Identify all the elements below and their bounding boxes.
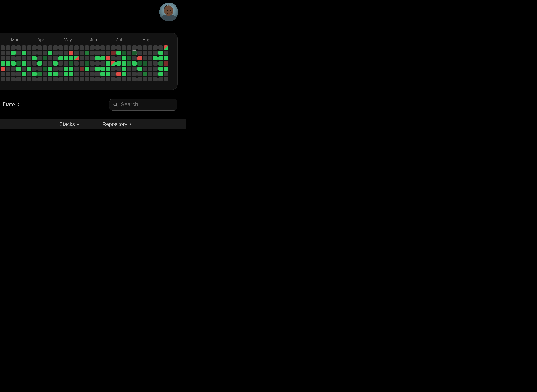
heatmap-cell[interactable]	[69, 45, 74, 50]
heatmap-cell[interactable]	[106, 45, 110, 50]
heatmap-cell[interactable]	[127, 51, 131, 55]
heatmap-cell[interactable]	[158, 56, 163, 61]
heatmap-cell[interactable]	[43, 77, 47, 81]
heatmap-cell[interactable]	[101, 66, 105, 71]
heatmap-cell[interactable]	[164, 51, 168, 55]
heatmap-cell[interactable]	[158, 51, 163, 55]
heatmap-cell[interactable]	[48, 66, 52, 71]
heatmap-cell[interactable]	[95, 66, 100, 71]
heatmap-cell[interactable]	[137, 77, 142, 81]
heatmap-cell[interactable]	[148, 51, 153, 55]
heatmap-cell[interactable]	[164, 56, 168, 61]
heatmap-cell[interactable]	[64, 56, 68, 61]
heatmap-cell[interactable]	[143, 45, 147, 50]
heatmap-cell[interactable]	[16, 56, 21, 61]
heatmap-cell[interactable]	[95, 72, 100, 76]
heatmap-cell[interactable]	[64, 66, 68, 71]
heatmap-cell[interactable]	[11, 51, 16, 55]
heatmap-cell[interactable]	[74, 51, 79, 55]
heatmap-cell[interactable]	[101, 61, 105, 66]
heatmap-cell[interactable]	[137, 56, 142, 61]
heatmap-cell[interactable]	[79, 72, 84, 76]
heatmap-cell[interactable]	[58, 66, 63, 71]
heatmap-cell[interactable]	[6, 77, 10, 81]
heatmap-cell[interactable]	[122, 61, 126, 66]
heatmap-cell[interactable]	[22, 66, 26, 71]
heatmap-cell[interactable]	[43, 45, 47, 50]
heatmap-cell[interactable]	[69, 56, 74, 61]
date-sort-button[interactable]: Date	[2, 101, 21, 108]
heatmap-cell[interactable]	[43, 72, 47, 76]
heatmap-cell[interactable]	[132, 77, 137, 81]
heatmap-cell[interactable]	[69, 72, 74, 76]
heatmap-cell[interactable]	[11, 61, 16, 66]
heatmap-cell[interactable]	[22, 77, 26, 81]
heatmap-cell[interactable]	[22, 61, 26, 66]
heatmap-cell[interactable]	[106, 56, 110, 61]
heatmap-cell[interactable]	[69, 51, 74, 55]
heatmap-cell[interactable]	[148, 56, 153, 61]
heatmap-cell[interactable]	[90, 61, 95, 66]
heatmap-cell[interactable]	[53, 61, 58, 66]
heatmap-cell[interactable]	[164, 66, 168, 71]
heatmap-cell[interactable]	[153, 72, 157, 76]
heatmap-cell[interactable]	[137, 66, 142, 71]
heatmap-cell[interactable]	[58, 51, 63, 55]
heatmap-cell[interactable]	[90, 66, 95, 71]
heatmap-cell[interactable]	[148, 61, 153, 66]
heatmap-cell[interactable]	[64, 45, 68, 50]
heatmap-cell[interactable]	[53, 77, 58, 81]
heatmap-cell[interactable]	[27, 61, 31, 66]
heatmap-cell[interactable]	[32, 56, 37, 61]
heatmap-cell[interactable]	[74, 45, 79, 50]
heatmap-cell[interactable]	[101, 72, 105, 76]
heatmap-cell[interactable]	[137, 72, 142, 76]
heatmap-cell[interactable]	[58, 56, 63, 61]
heatmap-cell[interactable]	[143, 77, 147, 81]
heatmap-cell[interactable]	[95, 77, 100, 81]
heatmap-cell[interactable]	[111, 72, 116, 76]
heatmap-cell[interactable]	[11, 45, 16, 50]
heatmap-cell[interactable]	[64, 77, 68, 81]
heatmap-cell[interactable]	[85, 66, 89, 71]
heatmap-cell[interactable]	[64, 61, 68, 66]
heatmap-cell[interactable]	[127, 61, 131, 66]
heatmap-cell[interactable]	[153, 51, 157, 55]
heatmap-cell[interactable]	[48, 45, 52, 50]
heatmap-cell[interactable]	[164, 45, 168, 50]
heatmap-cell[interactable]	[74, 61, 79, 66]
heatmap-cell[interactable]	[27, 56, 31, 61]
heatmap-cell[interactable]	[79, 51, 84, 55]
heatmap-cell[interactable]	[27, 66, 31, 71]
heatmap-cell[interactable]	[0, 56, 5, 61]
heatmap-cell[interactable]	[148, 66, 153, 71]
heatmap-cell[interactable]	[79, 45, 84, 50]
heatmap-cell[interactable]	[22, 51, 26, 55]
heatmap-cell[interactable]	[127, 72, 131, 76]
heatmap-cell[interactable]	[32, 66, 37, 71]
heatmap-cell[interactable]	[6, 72, 10, 76]
heatmap-cell[interactable]	[0, 51, 5, 55]
heatmap-cell[interactable]	[132, 56, 137, 61]
heatmap-cell[interactable]	[32, 45, 37, 50]
heatmap-cell[interactable]	[153, 56, 157, 61]
heatmap-cell[interactable]	[37, 77, 42, 81]
heatmap-cell[interactable]	[132, 45, 137, 50]
heatmap-cell[interactable]	[106, 72, 110, 76]
heatmap-cell[interactable]	[53, 51, 58, 55]
heatmap-cell[interactable]	[164, 61, 168, 66]
heatmap-cell[interactable]	[111, 45, 116, 50]
heatmap-cell[interactable]	[137, 45, 142, 50]
heatmap-cell[interactable]	[158, 77, 163, 81]
heatmap-cell[interactable]	[153, 45, 157, 50]
heatmap-cell[interactable]	[43, 66, 47, 71]
heatmap-cell[interactable]	[48, 72, 52, 76]
heatmap-cell[interactable]	[116, 72, 121, 76]
heatmap-cell[interactable]	[106, 61, 110, 66]
heatmap-cell[interactable]	[16, 51, 21, 55]
heatmap-cell[interactable]	[101, 51, 105, 55]
column-header-repository[interactable]: Repository	[102, 121, 132, 127]
heatmap-cell[interactable]	[27, 45, 31, 50]
heatmap-cell[interactable]	[106, 51, 110, 55]
heatmap-cell[interactable]	[22, 72, 26, 76]
